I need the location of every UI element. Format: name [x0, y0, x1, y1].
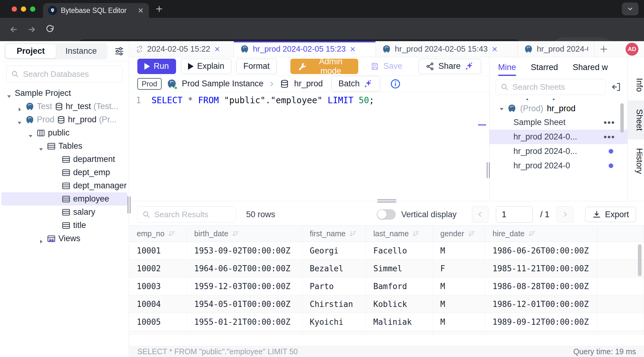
tree-item-tables[interactable]: Tables	[1, 139, 128, 153]
next-page-button[interactable]	[557, 206, 573, 223]
sheet-item-menu-icon[interactable]: •••	[603, 117, 621, 128]
tab-starred[interactable]: Starred	[531, 63, 558, 76]
tree-item-database[interactable]: Testhr_test(Test...	[1, 100, 128, 113]
sheet-tab[interactable]: hr_prod 2024-02-05 15:23	[234, 41, 376, 57]
panel-resize-handle[interactable]	[487, 162, 490, 178]
sql-code-editor[interactable]: 1 SELECT * FROM "public"."employee" LIMI…	[129, 92, 489, 201]
new-sheet-button[interactable]	[595, 41, 613, 57]
sheet-tab[interactable]: 2024-02-05 15:22	[129, 41, 234, 57]
sheet-tab[interactable]: hr_prod 2024-02-05 15:43	[376, 41, 518, 57]
caret-down-icon[interactable]	[7, 91, 11, 96]
sheet-tab[interactable]: hr_prod 2024-0	[518, 41, 595, 57]
collapse-panel-icon[interactable]	[611, 82, 621, 92]
sidebar-resize-handle[interactable]	[127, 196, 132, 214]
vertical-display-toggle[interactable]	[377, 209, 396, 220]
tab-close-icon[interactable]	[137, 7, 144, 14]
results-search-input[interactable]	[154, 210, 232, 219]
database-name: hr_prod	[68, 115, 96, 124]
tree-item-database[interactable]: Prodhr_prod(Pr...	[1, 113, 128, 126]
tree-item-table[interactable]: title	[1, 219, 128, 232]
column-header[interactable]: emp_no	[129, 226, 187, 242]
sheet-search-input[interactable]	[512, 82, 601, 92]
tab-search-chevron-button[interactable]	[622, 2, 638, 15]
tab-project[interactable]: Project	[6, 44, 56, 58]
table-scrollbar[interactable]	[638, 244, 642, 276]
sheet-list-item[interactable]: hr_prod 2024-0	[489, 159, 627, 173]
tree-item-project[interactable]: Sample Project	[1, 87, 128, 100]
filter-sliders-icon[interactable]	[114, 46, 124, 57]
tab-mine[interactable]: Mine	[498, 63, 516, 76]
sort-icon[interactable]	[349, 230, 357, 238]
breadcrumb-instance[interactable]: Prod Sample Instance	[182, 79, 264, 88]
sheet-list-item[interactable]: hr_prod 2024-0...	[489, 144, 627, 159]
tab-history[interactable]: History	[628, 139, 644, 182]
database-note: (Test...	[93, 102, 118, 111]
tree-item-table[interactable]: dept_emp	[1, 166, 128, 179]
info-icon[interactable]	[390, 78, 401, 89]
sort-icon[interactable]	[412, 230, 420, 238]
close-tab-icon[interactable]	[349, 46, 356, 53]
format-button[interactable]: Format	[236, 59, 277, 74]
forward-icon[interactable]	[27, 25, 37, 34]
tab-instance[interactable]: Instance	[56, 44, 106, 58]
caret-right-icon[interactable]	[39, 237, 43, 241]
browser-tab[interactable]: Bytebase SQL Editor	[43, 3, 149, 18]
drag-handle[interactable]	[377, 199, 396, 203]
tab-sheet[interactable]: Sheet	[628, 100, 644, 139]
column-header[interactable]: birth_date	[187, 226, 302, 242]
tree-item-views[interactable]: Views	[1, 232, 128, 245]
results-search[interactable]	[137, 206, 236, 223]
results-resize-divider[interactable]	[129, 201, 644, 203]
share-button[interactable]: Share	[418, 59, 481, 74]
new-browser-tab-icon[interactable]	[155, 5, 163, 13]
window-close-button[interactable]	[12, 6, 17, 12]
sheet-list-item[interactable]: Sample Sheet•••	[489, 115, 627, 130]
tree-item-table[interactable]: department	[1, 153, 128, 166]
sort-icon[interactable]	[167, 230, 176, 238]
user-avatar[interactable]: AD	[626, 43, 638, 56]
window-zoom-button[interactable]	[30, 6, 35, 12]
back-icon[interactable]	[9, 25, 18, 34]
run-button[interactable]: Run	[137, 59, 176, 74]
close-tab-icon[interactable]	[491, 46, 498, 53]
sheet-group-row[interactable]: (Prod)hr_prod	[489, 102, 627, 115]
tab-shared-with-me[interactable]: Shared w	[573, 63, 608, 76]
caret-down-icon[interactable]	[499, 104, 504, 113]
column-header[interactable]: gender	[433, 226, 485, 242]
sort-icon[interactable]	[467, 230, 476, 238]
admin-mode-button[interactable]: Admin mode	[290, 59, 359, 74]
close-tab-icon[interactable]	[214, 46, 221, 53]
sheet-list-item[interactable]: hr_prod 2024-0...•••	[489, 130, 627, 144]
breadcrumb-database[interactable]: hr_prod	[294, 79, 323, 88]
code-token	[183, 95, 188, 105]
caret-right-icon[interactable]	[17, 104, 22, 109]
column-header[interactable]: last_name	[366, 226, 433, 242]
database-search[interactable]	[6, 66, 123, 82]
caret-down-icon[interactable]	[17, 118, 22, 122]
column-header[interactable]: hire_date	[485, 226, 597, 242]
export-button[interactable]: Export	[585, 207, 636, 222]
tree-item-table[interactable]: employee	[1, 192, 128, 206]
sheet-item-menu-icon[interactable]: •••	[603, 132, 621, 142]
caret-down-icon[interactable]	[28, 131, 33, 135]
database-search-input[interactable]	[23, 69, 118, 79]
explain-button[interactable]: Explain	[181, 59, 232, 74]
window-minimize-button[interactable]	[21, 6, 26, 12]
sort-icon[interactable]	[231, 230, 240, 238]
column-header[interactable]: first_name	[302, 226, 366, 242]
save-button[interactable]: Save	[363, 59, 409, 74]
prev-page-button[interactable]	[472, 206, 489, 223]
batch-button[interactable]: Batch	[331, 76, 380, 92]
sort-icon[interactable]	[528, 230, 536, 238]
tree-item-table[interactable]: dept_manager	[1, 179, 128, 192]
sheet-list-scrollbar[interactable]	[620, 103, 624, 133]
page-number-input[interactable]	[496, 206, 533, 223]
right-side-tabs: Info Sheet History	[627, 57, 644, 201]
column-name: birth_date	[194, 229, 228, 238]
sheet-search[interactable]	[496, 79, 606, 95]
tab-info[interactable]: Info	[628, 69, 644, 100]
reload-icon[interactable]	[45, 25, 55, 34]
tree-item-table[interactable]: salary	[1, 206, 128, 219]
tree-item-schema[interactable]: public	[1, 126, 128, 139]
caret-down-icon[interactable]	[39, 144, 43, 148]
